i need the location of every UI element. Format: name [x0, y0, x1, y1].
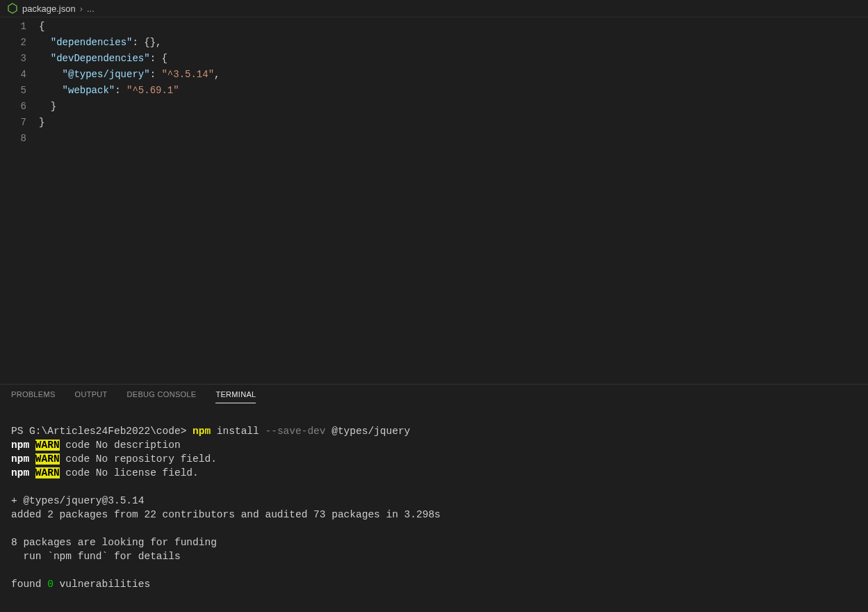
line-number: 2 — [0, 35, 26, 51]
terminal-warn-msg: code No license field. — [60, 467, 199, 478]
terminal-npm-label: npm — [11, 453, 29, 465]
code-line[interactable]: } — [39, 99, 868, 115]
terminal-cmd-npm: npm — [193, 426, 211, 437]
terminal-cmd-flag: --save-dev — [265, 426, 325, 437]
line-number: 8 — [0, 131, 26, 147]
terminal-npm-label: npm — [11, 467, 29, 478]
terminal-cmd-pkg: @types/jquery — [326, 426, 411, 437]
tab-debug-console[interactable]: DEBUG CONSOLE — [127, 390, 197, 403]
line-number: 6 — [0, 99, 26, 115]
terminal-vuln-rest: vulnerabilities — [54, 579, 150, 590]
panel-tabs: PROBLEMS OUTPUT DEBUG CONSOLE TERMINAL — [0, 385, 868, 403]
code-line[interactable]: "devDependencies": { — [39, 51, 868, 67]
tab-output[interactable]: OUTPUT — [75, 390, 108, 403]
tab-problems[interactable]: PROBLEMS — [11, 390, 56, 403]
terminal-warn-msg: code No repository field. — [60, 453, 217, 465]
terminal-warn-badge: WARN — [35, 467, 60, 478]
code-line[interactable]: } — [39, 115, 868, 131]
terminal-output[interactable]: PS G:\Articles24Feb2022\code> npm instal… — [0, 403, 868, 612]
terminal-added-summary: added 2 packages from 22 contributors an… — [11, 509, 441, 520]
code-content[interactable]: { "dependencies": {}, "devDependencies":… — [39, 19, 868, 384]
line-number: 5 — [0, 83, 26, 99]
terminal-vuln-count: 0 — [47, 579, 54, 590]
terminal-cmd-install: install — [211, 426, 265, 437]
terminal-prompt: PS G:\Articles24Feb2022\code> — [11, 426, 186, 437]
breadcrumb-ellipsis[interactable]: ... — [87, 3, 95, 14]
tab-terminal[interactable]: TERMINAL — [215, 390, 256, 403]
code-editor[interactable]: 12345678 { "dependencies": {}, "devDepen… — [0, 17, 868, 384]
code-line[interactable]: "dependencies": {}, — [39, 35, 868, 51]
code-line[interactable]: "@types/jquery": "^3.5.14", — [39, 67, 868, 83]
terminal-warn-msg: code No description — [60, 440, 181, 451]
code-line[interactable]: "webpack": "^5.69.1" — [39, 83, 868, 99]
terminal-warn-badge: WARN — [35, 440, 60, 451]
line-number: 7 — [0, 115, 26, 131]
breadcrumb[interactable]: package.json › ... — [0, 0, 868, 17]
breadcrumb-file[interactable]: package.json — [22, 3, 76, 14]
line-number: 1 — [0, 19, 26, 35]
terminal-warn-badge: WARN — [35, 453, 60, 465]
line-number: 4 — [0, 67, 26, 83]
breadcrumb-separator: › — [80, 3, 83, 14]
bottom-panel: PROBLEMS OUTPUT DEBUG CONSOLE TERMINAL P… — [0, 384, 868, 612]
line-number-gutter: 12345678 — [0, 19, 39, 384]
code-line[interactable] — [39, 131, 868, 147]
terminal-added-pkg: + @types/jquery@3.5.14 — [11, 495, 144, 506]
line-number: 3 — [0, 51, 26, 67]
terminal-vuln-found: found — [11, 579, 47, 590]
terminal-funding-hint: run `npm fund` for details — [11, 551, 181, 562]
nodejs-icon — [7, 3, 18, 14]
code-line[interactable]: { — [39, 19, 868, 35]
terminal-npm-label: npm — [11, 440, 29, 451]
terminal-funding-line: 8 packages are looking for funding — [11, 537, 217, 548]
